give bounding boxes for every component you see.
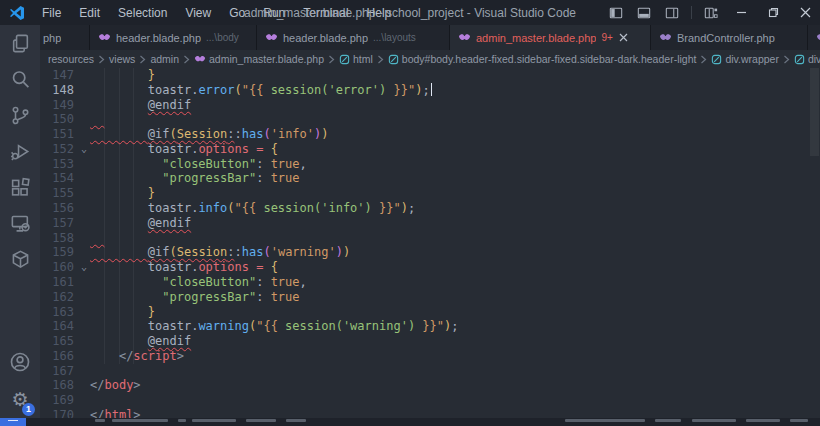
code-line-text[interactable]: "progressBar": true (90, 171, 300, 186)
code-line[interactable]: 160⌄ toastr.options = { (40, 260, 820, 275)
code-line[interactable]: 157 @endif (40, 216, 820, 231)
gutter[interactable]: 164 (40, 319, 90, 334)
toggle-primary-sidebar-icon[interactable] (603, 2, 629, 24)
code-line-text[interactable] (90, 231, 104, 246)
code-line-text[interactable]: "progressBar": true (90, 290, 300, 305)
statusbar-item-clipped[interactable] (178, 419, 186, 422)
remote-explorer-icon[interactable] (0, 205, 40, 241)
tab-admin-master-active[interactable]: admin_master.blade.php 9+ (450, 25, 651, 50)
statusbar-item-clipped[interactable] (692, 419, 736, 422)
vertical-scrollbar[interactable] (810, 68, 819, 156)
line-number[interactable]: 164 (40, 319, 78, 334)
line-number[interactable]: 163 (40, 305, 78, 320)
statusbar-item-clipped[interactable] (192, 419, 236, 422)
code-line[interactable]: 158 (40, 231, 820, 246)
gutter[interactable]: 161 (40, 275, 90, 290)
code-area[interactable]: 147 }148 toastr.error("{{ session('error… (40, 68, 820, 423)
line-number[interactable]: 150 (40, 112, 78, 127)
line-number[interactable]: 162 (40, 290, 78, 305)
line-number[interactable]: 165 (40, 334, 78, 349)
search-icon[interactable] (0, 61, 40, 97)
menu-edit[interactable]: Edit (70, 3, 109, 23)
line-number[interactable]: 159 (40, 245, 78, 260)
settings-gear-icon[interactable]: ⚙ 1 (0, 380, 40, 418)
code-line[interactable]: 155 } (40, 186, 820, 201)
line-number[interactable]: 156 (40, 201, 78, 216)
gutter[interactable]: 169 (40, 393, 90, 408)
run-debug-icon[interactable] (0, 133, 40, 169)
breadcrumb-admin[interactable]: admin (150, 53, 179, 65)
breadcrumb-html[interactable]: html (339, 53, 373, 65)
customize-layout-icon[interactable] (698, 2, 724, 24)
explorer-icon[interactable] (0, 25, 40, 61)
statusbar-item-clipped[interactable] (286, 419, 306, 422)
breadcrumb-body[interactable]: body#body.header-fixed.sidebar-fixed.sid… (388, 53, 697, 65)
line-number[interactable]: 151 (40, 127, 78, 142)
breadcrumb-file[interactable]: admin_master.blade.php (194, 53, 324, 65)
code-line-text[interactable]: toastr.warning("{{ session('warning') }}… (90, 319, 459, 334)
code-line[interactable]: 148 toastr.error("{{ session('error') }}… (40, 83, 820, 98)
gutter[interactable]: 165 (40, 334, 90, 349)
tab-index-truncated[interactable]: index.b (808, 25, 820, 50)
breadcrumb-resources[interactable]: resources (48, 53, 94, 65)
code-line-text[interactable]: </body> (90, 378, 141, 393)
code-line-text[interactable]: @endif (90, 334, 191, 349)
gutter[interactable]: 152⌄ (40, 142, 90, 157)
gutter[interactable]: 162 (40, 290, 90, 305)
gutter[interactable]: 159 (40, 245, 90, 260)
code-line[interactable]: 159 @if(Session::has('warning')) (40, 245, 820, 260)
gutter[interactable]: 148 (40, 83, 90, 98)
gutter[interactable]: 154 (40, 171, 90, 186)
code-line[interactable]: 154 "progressBar": true (40, 171, 820, 186)
code-line[interactable]: 150 (40, 112, 820, 127)
code-line-text[interactable]: @if(Session::has('info')) (90, 127, 329, 142)
gutter[interactable]: 147 (40, 68, 90, 83)
code-line[interactable]: 161 "closeButton": true, (40, 275, 820, 290)
code-line-text[interactable] (90, 112, 104, 127)
statusbar-item-clipped[interactable] (565, 419, 645, 422)
breadcrumb-views[interactable]: views (109, 53, 135, 65)
menu-view[interactable]: View (176, 3, 220, 23)
statusbar-item-clipped[interactable] (790, 419, 808, 422)
minimize-button[interactable] (726, 0, 756, 25)
line-number[interactable]: 149 (40, 98, 78, 113)
gutter[interactable]: 163 (40, 305, 90, 320)
code-line[interactable]: 163 } (40, 305, 820, 320)
statusbar-item-clipped[interactable] (746, 419, 780, 422)
code-line-text[interactable]: "closeButton": true, (90, 157, 307, 172)
gutter[interactable]: 157 (40, 216, 90, 231)
line-number[interactable]: 158 (40, 231, 78, 246)
tab-header-blade-body[interactable]: header.blade.php ...\body (90, 25, 257, 50)
breadcrumb-div-wrapper[interactable]: div.wrapper (711, 53, 779, 65)
line-number[interactable]: 153 (40, 157, 78, 172)
gutter[interactable]: 160⌄ (40, 260, 90, 275)
code-line[interactable]: 164 toastr.warning("{{ session('warning'… (40, 319, 820, 334)
line-number[interactable]: 160 (40, 260, 78, 275)
remote-indicator[interactable] (0, 418, 26, 426)
code-line[interactable]: 168</body> (40, 378, 820, 393)
code-line-text[interactable]: } (90, 68, 155, 83)
menu-file[interactable]: File (33, 3, 70, 23)
line-number[interactable]: 147 (40, 68, 78, 83)
code-line-text[interactable]: @if(Session::has('warning')) (90, 245, 350, 260)
menu-selection[interactable]: Selection (109, 3, 176, 23)
code-line-text[interactable]: @endif (90, 98, 191, 113)
toggle-panel-icon[interactable] (631, 2, 657, 24)
code-line[interactable]: 151 @if(Session::has('info')) (40, 127, 820, 142)
line-number[interactable]: 168 (40, 378, 78, 393)
gutter[interactable]: 168 (40, 378, 90, 393)
gutter[interactable]: 155 (40, 186, 90, 201)
tab-header-blade-layouts[interactable]: header.blade.php ...\layouts (257, 25, 450, 50)
code-line[interactable]: 162 "progressBar": true (40, 290, 820, 305)
line-number[interactable]: 169 (40, 393, 78, 408)
gutter[interactable]: 153 (40, 157, 90, 172)
tab-brandcontroller[interactable]: BrandController.php (651, 25, 808, 50)
breadcrumb-div-page-wrapper[interactable]: div.page-w (794, 53, 820, 65)
close-tab-icon[interactable] (619, 33, 628, 42)
line-number[interactable]: 167 (40, 364, 78, 379)
statusbar-item-clipped[interactable] (246, 419, 276, 422)
code-line[interactable]: 167 (40, 364, 820, 379)
gutter[interactable]: 151 (40, 127, 90, 142)
tab-php-partial[interactable]: php (40, 25, 90, 50)
code-line[interactable]: 165 @endif (40, 334, 820, 349)
